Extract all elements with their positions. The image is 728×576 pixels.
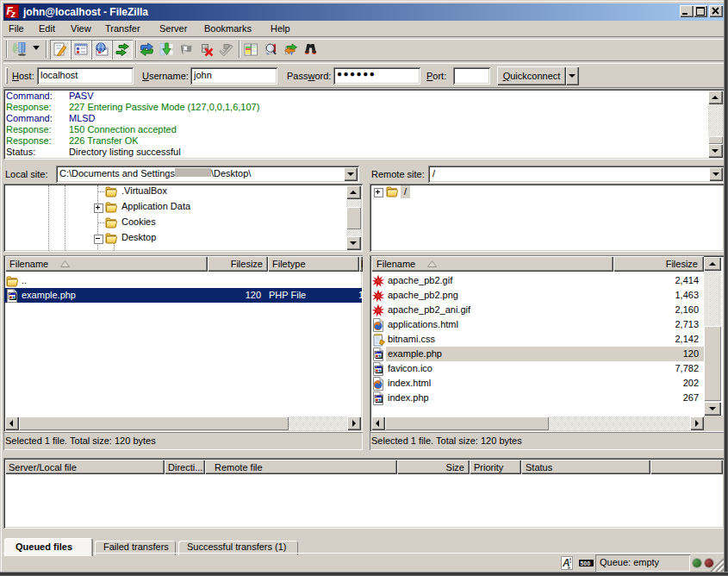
svg-text:A: A: [562, 557, 570, 569]
svg-text:z: z: [10, 9, 16, 18]
